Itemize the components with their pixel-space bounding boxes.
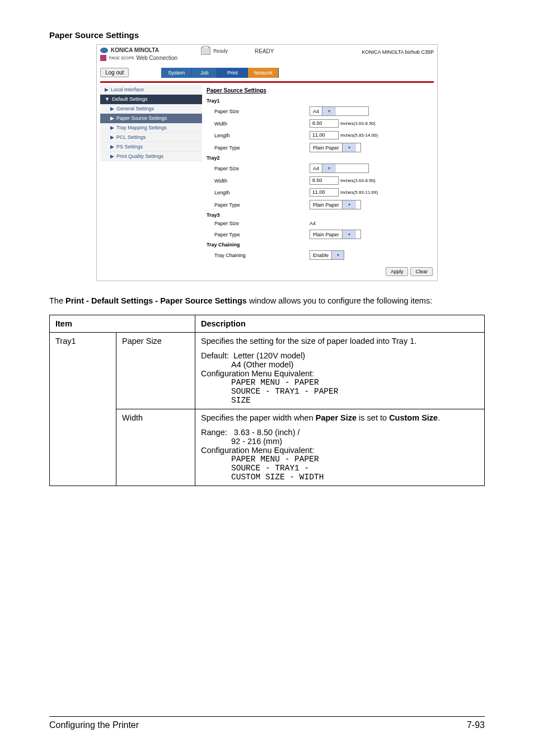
nav-print-quality-settings[interactable]: ▶Print Quality Settings [100,152,202,161]
tray1-length-input[interactable]: 11.00 [310,131,339,139]
nav-ps-settings[interactable]: ▶PS Settings [100,142,202,152]
accent-bar [100,81,434,83]
tab-bar: System Job Print Network [161,68,279,78]
nav-label: PS Settings [116,144,143,150]
group-tray2: Tray2 [207,154,434,162]
pagescope-small: PAGE SCOPE [109,56,134,60]
brand-oval-icon [100,48,108,53]
chevron-down-icon: ▾ [322,164,336,172]
label-length: Length [214,190,310,195]
nav-label: Local Interface [111,87,144,92]
clear-button[interactable]: Clear [410,267,433,276]
tray1-length-hint: Inches(5.83-14.00) [340,133,378,138]
tray1-paper-size-select[interactable]: A4▾ [310,106,369,116]
device-model: KONICA MINOLTA bizhub C35P [362,47,434,55]
menu-path: PAPER MENU - PAPER [231,378,479,387]
default-value: A4 (Other model) [231,360,479,369]
chevron-down-icon: ▾ [342,200,356,209]
t: is set to [357,413,389,422]
tab-job[interactable]: Job [192,68,217,78]
triangle-right-icon: ▶ [110,134,114,140]
label-tray-chaining: Tray Chaining [214,253,310,258]
nav-label: Print Quality Settings [116,153,163,159]
brand-text: KONICA MINOLTA [111,47,159,53]
embedded-screenshot: KONICA MINOLTA PAGE SCOPEWeb Connection … [96,44,438,281]
triangle-right-icon: ▶ [110,106,114,111]
t: Specifies the paper width when [201,413,316,422]
caption-text: window allows you to configure the follo… [247,296,432,305]
triangle-right-icon: ▶ [105,87,109,92]
tray1-width-input[interactable]: 8.50 [310,119,339,128]
th-item: Item [50,315,195,332]
cell-paper-size: Paper Size [116,332,195,409]
section-heading: Paper Source Settings [49,30,485,40]
default-value: Letter (120V model) [233,351,305,360]
pagescope-label: Web Connection [136,55,177,61]
tray2-width-input[interactable]: 8.50 [310,176,339,185]
caption-paragraph: The Print - Default Settings - Paper Sou… [49,296,485,307]
apply-button[interactable]: Apply [386,267,409,276]
tray2-length-hint: Inches(5.83-11.69) [340,190,378,195]
triangle-right-icon: ▶ [110,115,114,121]
label-paper-size: Paper Size [214,109,310,114]
logout-button[interactable]: Log out [100,68,129,77]
triangle-right-icon: ▶ [110,125,114,130]
chevron-down-icon: ▾ [331,251,344,259]
cell-desc-paper-size: Specifies the setting for the size of pa… [195,332,485,409]
nav-tray-mapping-settings[interactable]: ▶Tray Mapping Settings [100,123,202,133]
printer-icon [201,47,210,55]
tab-print[interactable]: Print [217,68,248,78]
config-label: Configuration Menu Equivalent: [201,446,479,455]
nav-general-settings[interactable]: ▶General Settings [100,104,202,114]
status-block: Ready READY [201,47,274,55]
label-paper-type: Paper Type [214,232,310,237]
group-tray-chaining: Tray Chaining [207,241,434,249]
select-value: Plain Paper [310,202,342,208]
menu-path: SIZE [231,396,479,405]
group-tray1: Tray1 [207,97,434,105]
range-lead: Range: [201,428,227,437]
caption-bold: Print - Default Settings - Paper Source … [65,296,247,305]
chevron-down-icon: ▾ [322,107,336,115]
nav-label: Default Settings [112,96,148,102]
cell-desc-width: Specifies the paper width when Paper Siz… [195,409,485,486]
default-lead: Default: [201,351,229,360]
panel-title: Paper Source Settings [207,85,434,97]
status-ready-2: READY [255,48,274,54]
select-value: Plain Paper [310,232,342,237]
label-paper-size: Paper Size [214,221,310,226]
tray2-paper-type-select[interactable]: Plain Paper▾ [310,200,361,209]
nav-label: General Settings [116,106,154,111]
nav-default-settings[interactable]: ▼Default Settings [100,95,202,104]
footer-title: Configuring the Printer [49,720,139,730]
label-paper-type: Paper Type [214,202,310,208]
status-ready-1: Ready [213,48,228,54]
tray2-width-hint: Inches(3.63-8.50) [340,178,376,183]
tray2-paper-size-select[interactable]: A4▾ [310,164,369,173]
range-value: 3.63 - 8.50 (inch) / [234,428,300,437]
nav-label: PCL Settings [116,134,146,140]
menu-path: SOURCE - TRAY1 - [231,464,479,473]
tray3-paper-type-select[interactable]: Plain Paper▾ [310,230,361,239]
settings-panel: Paper Source Settings Tray1 Paper Size A… [202,85,434,262]
tray1-paper-type-select[interactable]: Plain Paper▾ [310,143,361,152]
label-width: Width [214,178,310,184]
nav-pcl-settings[interactable]: ▶PCL Settings [100,133,202,142]
nav-local-interface[interactable]: ▶Local Interface [100,85,202,95]
t-bold: Paper Size [316,413,357,422]
desc-text: Specifies the setting for the size of pa… [201,337,479,346]
brand-block: KONICA MINOLTA PAGE SCOPEWeb Connection [100,47,201,61]
tab-network[interactable]: Network [248,68,279,78]
pagescope-square-icon [100,55,106,61]
label-paper-size: Paper Size [214,166,310,171]
select-value: Plain Paper [310,145,342,151]
config-label: Configuration Menu Equivalent: [201,369,479,378]
triangle-down-icon: ▼ [105,96,110,102]
tray2-length-input[interactable]: 11.00 [310,188,339,197]
nav-label: Paper Source Settings [116,115,167,121]
nav-paper-source-settings[interactable]: ▶Paper Source Settings [100,114,202,123]
tray1-width-hint: Inches(3.63-8.50) [340,121,376,126]
tab-system[interactable]: System [161,68,192,78]
label-width: Width [214,121,310,127]
tray-chaining-select[interactable]: Enable▾ [310,250,344,260]
